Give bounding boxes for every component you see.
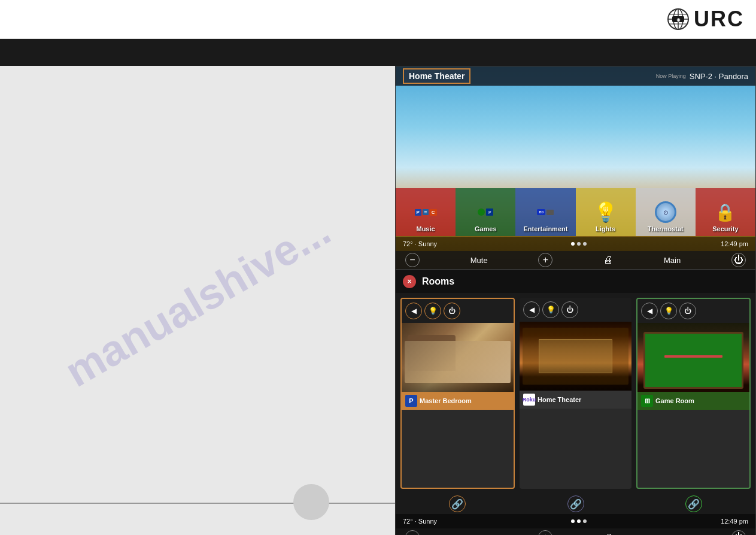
- svg-text:⊕: ⊕: [676, 17, 681, 23]
- ht-plus-button[interactable]: +: [538, 253, 552, 267]
- home-theater-screen: Home Theater Now Playing SNP-2 · Pandora…: [395, 66, 756, 270]
- connect-icon-gameroom[interactable]: 🔗: [685, 495, 702, 512]
- game-room-power-btn[interactable]: ⏻: [679, 303, 696, 319]
- game-room-footer: ⊞ Game Room: [637, 392, 749, 410]
- logo-urc-text: URC: [694, 7, 744, 32]
- home-theater-source-icon: Roku: [523, 394, 535, 406]
- category-entertainment[interactable]: BD Entertainment: [515, 188, 575, 236]
- room-card-master-bedroom[interactable]: ◀ 💡 ⏻ P Master Bedroom: [400, 298, 515, 489]
- right-panel: Home Theater Now Playing SNP-2 · Pandora…: [395, 66, 756, 535]
- category-lights[interactable]: 💡 Lights: [576, 188, 636, 236]
- master-bedroom-connect[interactable]: 🔗: [400, 495, 514, 512]
- home-theater-room-image: [520, 322, 631, 391]
- game-room-connect[interactable]: 🔗: [637, 495, 751, 512]
- master-bedroom-back-btn[interactable]: ◀: [405, 303, 422, 319]
- rooms-power-button[interactable]: ⏻: [731, 530, 746, 535]
- game-room-image: [637, 323, 749, 392]
- rooms-mute-label[interactable]: Mute: [470, 533, 488, 536]
- ht-power-button[interactable]: ⏻: [731, 253, 746, 267]
- ht-title-box: Home Theater: [403, 68, 470, 84]
- rooms-control-bar: − Mute + 🖨 Main ⏻: [396, 528, 755, 535]
- rooms-time: 12:49 pm: [721, 518, 748, 525]
- rooms-panel: × Rooms ◀ 💡 ⏻: [395, 270, 756, 535]
- top-header: ⊕ URC: [0, 0, 756, 39]
- ht-print-button[interactable]: 🖨: [603, 255, 613, 265]
- home-theater-room-footer: Roku Home Theater: [520, 391, 631, 409]
- security-icon: 🔒: [715, 201, 736, 223]
- home-theater-room-header: ◀ 💡 ⏻: [520, 298, 631, 322]
- master-bedroom-light-btn[interactable]: 💡: [424, 303, 441, 319]
- master-bedroom-footer: P Master Bedroom: [402, 392, 514, 410]
- rooms-main-label[interactable]: Main: [664, 533, 681, 536]
- rooms-close-button[interactable]: ×: [403, 275, 416, 288]
- dot-2: [577, 242, 581, 246]
- category-music[interactable]: P ≋ C Music: [396, 188, 456, 236]
- room-card-game-room[interactable]: ◀ 💡 ⏻ ⊞ Game Room: [636, 298, 751, 489]
- music-label: Music: [416, 225, 435, 232]
- home-theater-connect[interactable]: 🔗: [519, 495, 633, 512]
- nav-bar: [0, 39, 756, 66]
- dot-3: [583, 242, 587, 246]
- category-security[interactable]: 🔒 Security: [696, 188, 755, 236]
- category-games[interactable]: P Games: [456, 188, 515, 236]
- rooms-dot-2: [577, 519, 581, 523]
- connect-icon-bedroom[interactable]: 🔗: [449, 495, 466, 512]
- room-card-home-theater[interactable]: ◀ 💡 ⏻ Roku Home Theater: [520, 298, 631, 489]
- rooms-plus-button[interactable]: +: [538, 530, 552, 535]
- thermostat-label: Thermostat: [648, 225, 684, 232]
- rooms-page-dots: [571, 519, 587, 523]
- game-room-name: Game Room: [655, 397, 694, 404]
- rooms-connect-row: 🔗 🔗 🔗: [396, 494, 755, 514]
- category-row: P ≋ C Music P Games: [396, 188, 755, 236]
- entertainment-label: Entertainment: [523, 225, 567, 232]
- urc-globe-icon: ⊕: [666, 7, 690, 31]
- rooms-weather: 72° · Sunny: [403, 518, 437, 525]
- ht-minus-button[interactable]: −: [405, 253, 420, 267]
- connect-icon-theater[interactable]: 🔗: [567, 495, 584, 512]
- ht-weather: 72° · Sunny: [403, 240, 437, 247]
- home-theater-back-btn[interactable]: ◀: [523, 301, 540, 318]
- master-bedroom-header: ◀ 💡 ⏻: [402, 299, 514, 323]
- rooms-header: × Rooms: [396, 270, 755, 293]
- home-theater-light-btn[interactable]: 💡: [542, 301, 559, 318]
- left-area: manualshive...: [0, 66, 395, 535]
- rooms-cards: ◀ 💡 ⏻ P Master Bedroom: [396, 293, 755, 494]
- game-room-back-btn[interactable]: ◀: [641, 303, 658, 319]
- rooms-minus-button[interactable]: −: [405, 530, 420, 535]
- master-bedroom-source-icon: P: [405, 395, 417, 407]
- ht-title: Home Theater: [409, 71, 464, 81]
- ht-page-dots: [571, 242, 587, 246]
- security-label: Security: [712, 225, 738, 232]
- game-room-light-btn[interactable]: 💡: [660, 303, 677, 319]
- rooms-print-button[interactable]: 🖨: [603, 532, 613, 535]
- home-theater-room-name: Home Theater: [538, 396, 581, 403]
- ht-main-label[interactable]: Main: [664, 256, 681, 265]
- master-bedroom-image: [402, 323, 514, 392]
- rooms-dot-1: [571, 519, 575, 523]
- master-bedroom-name: Master Bedroom: [420, 397, 472, 404]
- ht-header: Home Theater Now Playing SNP-2 · Pandora: [396, 67, 755, 86]
- game-room-source-icon: ⊞: [641, 395, 653, 407]
- ht-time: 12:49 pm: [721, 240, 748, 247]
- games-icon: P: [475, 201, 496, 223]
- ht-mute-label[interactable]: Mute: [470, 256, 488, 265]
- logo-area: ⊕ URC: [666, 7, 744, 32]
- rooms-status-bar: 72° · Sunny 12:49 pm: [396, 514, 755, 528]
- watermark-text: manualshive...: [57, 205, 339, 396]
- dot-1: [571, 242, 575, 246]
- now-playing-label: Now Playing: [656, 74, 686, 79]
- scroll-dot[interactable]: [293, 484, 329, 520]
- ht-status-bar: 72° · Sunny 12:49 pm: [396, 237, 755, 251]
- now-playing-value: SNP-2 · Pandora: [690, 72, 748, 81]
- home-theater-power-btn[interactable]: ⏻: [561, 301, 578, 318]
- main-content: manualshive... Home Theater Now Playing …: [0, 66, 756, 535]
- entertainment-icon: BD: [535, 201, 556, 223]
- ht-now-playing: Now Playing SNP-2 · Pandora: [656, 72, 748, 81]
- rooms-title: Rooms: [422, 276, 454, 287]
- master-bedroom-power-btn[interactable]: ⏻: [444, 303, 460, 319]
- scroll-line: [0, 503, 395, 504]
- category-thermostat[interactable]: ⊙ Thermostat: [636, 188, 696, 236]
- game-room-header: ◀ 💡 ⏻: [637, 299, 749, 323]
- lights-label: Lights: [596, 225, 615, 232]
- games-label: Games: [475, 225, 497, 232]
